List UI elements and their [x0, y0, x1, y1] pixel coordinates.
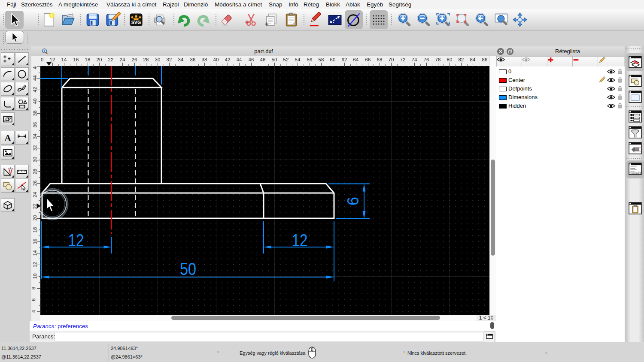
svg-text:6: 6 [344, 197, 362, 205]
svg-text:12: 12 [68, 231, 84, 250]
svg-text:12: 12 [292, 231, 308, 250]
svg-text:50: 50 [180, 259, 196, 278]
